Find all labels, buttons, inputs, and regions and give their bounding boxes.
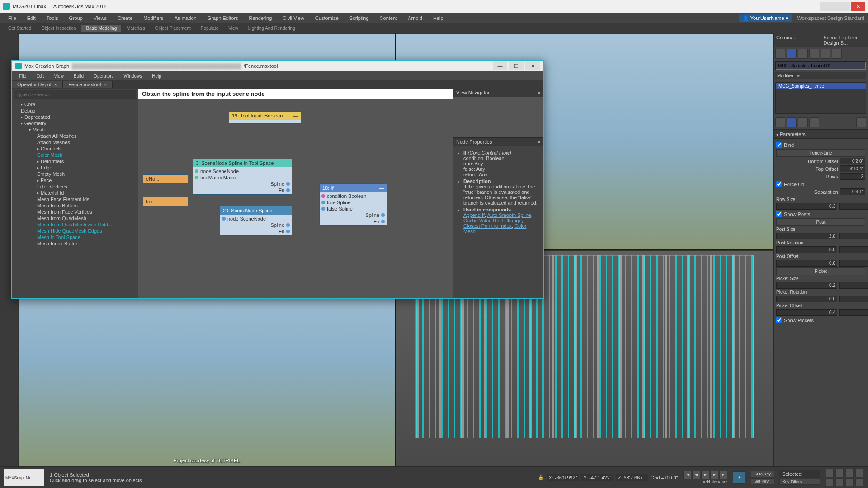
workspace-selector[interactable]: Workspaces: Design Standard (797, 15, 864, 21)
tree-item[interactable]: Mesh from Face Vertices (13, 209, 137, 215)
menu-customize[interactable]: Customize (311, 14, 343, 23)
hierarchy-icon[interactable] (798, 49, 808, 59)
picket-off-x[interactable] (776, 309, 837, 316)
ribbon-object-placement[interactable]: Object Placement (151, 25, 195, 32)
compound-link[interactable]: Append If (463, 212, 485, 218)
coord-y[interactable]: Y: -47'1.422" (581, 474, 613, 481)
close-tab-icon[interactable]: × (104, 82, 106, 87)
bottom-offset-input[interactable] (840, 158, 865, 164)
show-pickets-checkbox[interactable] (776, 317, 782, 323)
modifier-list-dropdown[interactable]: Modifier List (775, 72, 866, 79)
separation-input[interactable] (840, 188, 865, 195)
create-icon[interactable] (775, 49, 785, 59)
display-icon[interactable] (821, 49, 830, 59)
user-badge[interactable]: 👤 YourUserName ▾ (739, 14, 792, 22)
lock-icon[interactable]: 🔒 (538, 474, 544, 480)
coord-z[interactable]: Z: 63'7.667" (616, 474, 648, 481)
post-rot-y[interactable] (839, 246, 868, 253)
goto-end-icon[interactable]: ▶| (719, 471, 727, 479)
goto-start-icon[interactable]: |◀ (683, 471, 691, 479)
graph-canvas[interactable]: Obtain the spline from the input scene n… (138, 89, 453, 298)
node-scenenode-spline[interactable]: 20: SceneNode Spline— node SceneNode Spl… (220, 206, 292, 236)
tree-item[interactable]: ▾Mesh (13, 127, 137, 133)
orbit-icon[interactable] (845, 469, 854, 477)
post-off-x[interactable] (776, 260, 837, 267)
region-zoom-icon[interactable] (855, 478, 863, 486)
remove-mod-icon[interactable] (809, 117, 819, 127)
menu-scripting[interactable]: Scripting (345, 14, 373, 23)
mcg-menu-file[interactable]: File (14, 73, 31, 80)
close-panel-icon[interactable]: × (538, 139, 541, 145)
menu-content[interactable]: Content (375, 14, 402, 23)
menu-edit[interactable]: Edit (23, 14, 40, 23)
walk-icon[interactable] (845, 478, 854, 486)
pan-icon[interactable] (826, 469, 834, 477)
menu-file[interactable]: File (4, 14, 21, 23)
set-key-button[interactable]: Set Key (751, 478, 774, 484)
utilities-icon[interactable] (832, 49, 842, 59)
menu-help[interactable]: Help (429, 14, 448, 23)
pin-stack-icon[interactable] (775, 117, 785, 127)
node-if[interactable]: 18: If— condition Boolean true Spline fa… (319, 183, 387, 226)
menu-tools[interactable]: Tools (42, 14, 63, 23)
mcg-menu-help[interactable]: Help (147, 73, 166, 80)
compound-link[interactable]: Closest Point to Index (463, 223, 512, 229)
add-time-tag[interactable]: Add Time Tag (703, 480, 728, 484)
fov-icon[interactable] (835, 478, 844, 486)
motion-icon[interactable] (809, 49, 819, 59)
ribbon-lighting-and-rendering[interactable]: Lighting And Rendering (244, 25, 300, 32)
play-icon[interactable]: ▶ (701, 471, 709, 479)
mcg-tab-fence[interactable]: Fence.maxtool× (63, 81, 113, 88)
post-size-y[interactable] (839, 233, 868, 239)
mcg-menu-edit[interactable]: Edit (32, 73, 48, 80)
post-size-x[interactable] (776, 233, 837, 239)
prev-frame-icon[interactable]: ◀ (692, 471, 700, 479)
close-panel-icon[interactable]: × (538, 90, 541, 95)
post-off-y[interactable] (839, 260, 868, 267)
tree-item[interactable]: ▸Core (13, 101, 137, 108)
menu-views[interactable]: Views (89, 14, 111, 23)
picket-size-x[interactable] (776, 282, 837, 289)
close-tab-icon[interactable]: × (54, 82, 57, 87)
next-frame-icon[interactable]: ▶ (710, 471, 718, 479)
tree-item[interactable]: Mesh in Tool Space (13, 234, 137, 240)
config-mod-icon[interactable] (856, 117, 866, 127)
row-size-x[interactable] (776, 203, 837, 210)
tree-item[interactable]: Mesh from Buffers (13, 202, 137, 209)
node-stub-a[interactable]: eNo... (143, 174, 188, 183)
show-result-icon[interactable] (787, 117, 797, 127)
ribbon-view[interactable]: View (224, 25, 243, 32)
mcg-minimize-button[interactable]: — (493, 61, 507, 70)
operator-tree[interactable]: ▸CoreDebug▸Deprecated▾Geometry▾MeshAttac… (12, 100, 138, 298)
picket-off-y[interactable] (839, 309, 868, 316)
tree-item[interactable]: Color Mesh (13, 152, 137, 158)
node-scenenode-spline-toolspace[interactable]: 3: SceneNode Spline in Tool Space— node … (193, 159, 292, 195)
top-offset-input[interactable] (840, 165, 865, 172)
mcg-menu-windows[interactable]: Windows (119, 73, 147, 80)
tree-item[interactable]: Empty Mesh (13, 171, 137, 177)
row-size-y[interactable] (839, 203, 868, 210)
ribbon-populate[interactable]: Populate (196, 25, 223, 32)
menu-modifiers[interactable]: Modifiers (139, 14, 168, 23)
bind-target-button[interactable]: Fence-Line (776, 149, 865, 157)
menu-rendering[interactable]: Rendering (245, 14, 277, 23)
ribbon-basic-modeling[interactable]: Basic Modeling (81, 25, 121, 32)
tree-item[interactable]: Debug (13, 108, 137, 114)
tree-item[interactable]: ▸Channels (13, 145, 137, 152)
menu-animation[interactable]: Animation (170, 14, 201, 23)
coord-x[interactable]: X: -66'0.992" (547, 474, 579, 481)
tree-item[interactable]: Mesh from QuadMesh with Hidd... (13, 221, 137, 228)
menu-civil-view[interactable]: Civil View (278, 14, 308, 23)
picket-button[interactable]: Picket (776, 267, 865, 275)
zoom-extents-icon[interactable] (826, 478, 834, 486)
menu-create[interactable]: Create (113, 14, 137, 23)
ribbon-materials[interactable]: Materials (122, 25, 150, 32)
parameters-rollout-header[interactable]: ▾ Parameters (774, 130, 868, 139)
mcg-menu-view[interactable]: View (49, 73, 68, 80)
time-config-icon[interactable]: ✦ (733, 471, 745, 484)
menu-group[interactable]: Group (64, 14, 87, 23)
node-tool-input[interactable]: 19: Tool Input: Boolean— (229, 111, 301, 124)
bind-checkbox[interactable] (776, 142, 782, 148)
modifier-stack-item[interactable]: MCG_Samples_Fence (776, 83, 866, 89)
modifier-stack[interactable]: MCG_Samples_Fence (775, 82, 866, 114)
